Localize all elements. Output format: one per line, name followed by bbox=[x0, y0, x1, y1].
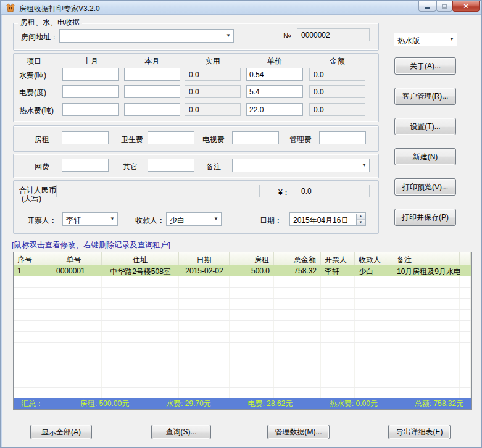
summary-bar: 汇总： 房租: 500.00元 水费: 29.70元 电费: 28.62元 热水… bbox=[14, 398, 471, 409]
chevron-down-icon: ▼ bbox=[226, 33, 231, 38]
management-input[interactable] bbox=[319, 131, 366, 144]
col-header-rent[interactable]: 房租 bbox=[230, 252, 274, 265]
col-header-total[interactable]: 总金额 bbox=[274, 252, 321, 265]
fee-header-item: 项目 bbox=[14, 56, 54, 67]
other-input[interactable] bbox=[148, 159, 194, 172]
hotwater-current-input[interactable] bbox=[124, 103, 180, 116]
water-amount-field: 0.0 bbox=[309, 68, 365, 81]
sanitation-label: 卫生费 bbox=[121, 135, 143, 145]
summary-label: 汇总： bbox=[21, 399, 43, 409]
empty-row bbox=[14, 332, 471, 343]
export-detail-button[interactable]: 导出详细表(E) bbox=[388, 425, 451, 439]
maximize-icon bbox=[442, 4, 447, 9]
empty-row bbox=[14, 299, 471, 310]
row-remark: 10月房租及9月水电 bbox=[393, 265, 460, 276]
chevron-down-icon: ▼ bbox=[362, 162, 367, 168]
col-header-order-no[interactable]: 单号 bbox=[46, 252, 102, 265]
empty-row bbox=[14, 321, 471, 332]
date-spinner[interactable]: ▲ ▼ bbox=[356, 214, 365, 225]
receipt-no-field: 0000002 bbox=[297, 28, 370, 41]
col-header-issuer[interactable]: 开票人 bbox=[321, 252, 355, 265]
summary-water: 水费: 29.70元 bbox=[166, 399, 211, 409]
empty-row bbox=[14, 365, 471, 376]
chevron-down-icon: ▼ bbox=[449, 36, 454, 42]
electric-row-label: 电费(度) bbox=[19, 88, 46, 98]
summary-total: 总额: 758.32元 bbox=[415, 399, 463, 409]
hotwater-last-input[interactable] bbox=[62, 103, 119, 116]
hotwater-usage-field: 0.0 bbox=[185, 103, 241, 116]
summary-hotwater: 热水费: 0.00元 bbox=[330, 399, 378, 409]
customer-management-button[interactable]: 客户管理(R)... bbox=[394, 88, 456, 105]
window-title: 房租收据打印专家V3.2.0 bbox=[19, 4, 100, 14]
date-field[interactable]: 2015年04月16日 ▲ ▼ bbox=[289, 212, 366, 226]
print-save-button[interactable]: 打印并保存(P) bbox=[394, 209, 456, 226]
about-button[interactable]: 关于(A)... bbox=[394, 57, 456, 75]
water-last-input[interactable] bbox=[62, 68, 119, 81]
hotwater-amount-field: 0.0 bbox=[309, 103, 365, 116]
water-price-input[interactable] bbox=[246, 68, 303, 81]
close-button[interactable]: × bbox=[452, 1, 480, 12]
settings-button[interactable]: 设置(T)... bbox=[394, 118, 456, 135]
row-index: 1 bbox=[14, 265, 46, 276]
internet-input[interactable] bbox=[62, 159, 109, 172]
water-current-input[interactable] bbox=[124, 68, 180, 81]
records-header-row: 序号 单号 住址 日期 房租 总金额 开票人 收款人 备注 bbox=[14, 252, 471, 265]
fee-header-current: 本月 bbox=[124, 56, 180, 67]
tv-input[interactable] bbox=[232, 131, 279, 144]
spin-down-icon[interactable]: ▼ bbox=[357, 220, 365, 226]
water-usage-field: 0.0 bbox=[185, 68, 241, 81]
new-button[interactable]: 新建(N) bbox=[394, 148, 456, 165]
col-header-index[interactable]: 序号 bbox=[14, 252, 46, 265]
payee-label: 收款人： bbox=[135, 215, 165, 226]
empty-row bbox=[14, 354, 471, 365]
electric-usage-field: 0.0 bbox=[185, 85, 241, 98]
payee-combobox[interactable]: 少白 ▼ bbox=[166, 212, 222, 226]
print-preview-button[interactable]: 打印预览(V)... bbox=[394, 178, 456, 196]
col-header-remark[interactable]: 备注 bbox=[393, 252, 460, 265]
row-rent: 500.0 bbox=[230, 265, 274, 276]
col-header-address[interactable]: 住址 bbox=[102, 252, 179, 265]
chevron-down-icon: ▼ bbox=[110, 216, 115, 222]
table-row[interactable]: 1 0000001 中华路2号楼508室 2015-02-02 500.0 75… bbox=[14, 265, 471, 276]
col-header-date[interactable]: 日期 bbox=[179, 252, 230, 265]
fee-header-last: 上月 bbox=[62, 56, 119, 67]
empty-row bbox=[14, 376, 471, 388]
management-label: 管理费 bbox=[289, 135, 312, 145]
remark-combobox[interactable]: ▼ bbox=[232, 159, 370, 172]
row-address: 中华路2号楼508室 bbox=[102, 265, 179, 276]
internet-label: 网费 bbox=[35, 162, 49, 172]
rent-input[interactable] bbox=[62, 131, 109, 144]
empty-row bbox=[14, 388, 471, 399]
fee-header-price: 单价 bbox=[246, 56, 303, 67]
minimize-button[interactable] bbox=[418, 1, 436, 12]
records-table[interactable]: 序号 单号 住址 日期 房租 总金额 开票人 收款人 备注 1 0000001 … bbox=[13, 252, 472, 410]
electric-last-input[interactable] bbox=[62, 85, 119, 98]
version-combobox[interactable]: 热水版 ▼ bbox=[394, 33, 457, 46]
sanitation-input[interactable] bbox=[148, 131, 194, 144]
hotwater-price-input[interactable] bbox=[246, 103, 303, 116]
address-label: 房间地址： bbox=[21, 32, 58, 43]
manage-data-button[interactable]: 管理数据(M)... bbox=[267, 425, 330, 439]
empty-row bbox=[14, 343, 471, 354]
water-row-label: 水费(吨) bbox=[19, 70, 46, 81]
group-label: 房租、水、电收据 bbox=[18, 17, 82, 28]
total-capital-field bbox=[56, 185, 260, 197]
version-value: 热水版 bbox=[397, 36, 420, 46]
electric-amount-field: 0.0 bbox=[309, 85, 365, 98]
show-all-button[interactable]: 显示全部(A) bbox=[30, 425, 92, 439]
empty-row bbox=[14, 276, 471, 288]
empty-row bbox=[14, 288, 471, 299]
address-combobox[interactable]: ▼ bbox=[59, 29, 234, 43]
fee-header-amount: 金额 bbox=[309, 56, 365, 67]
total-label-line2: (大写) bbox=[22, 194, 41, 204]
col-header-payee[interactable]: 收款人 bbox=[355, 252, 393, 265]
close-icon: × bbox=[463, 1, 468, 10]
query-button[interactable]: 查询(S)... bbox=[151, 425, 211, 439]
col-header-filler bbox=[460, 252, 471, 265]
title-bar: 房租收据打印专家V3.2.0 × bbox=[1, 1, 482, 15]
maximize-button[interactable] bbox=[436, 1, 452, 12]
electric-price-input[interactable] bbox=[246, 85, 303, 98]
electric-current-input[interactable] bbox=[124, 85, 180, 98]
issuer-combobox[interactable]: 李轩 ▼ bbox=[62, 212, 118, 226]
spin-up-icon[interactable]: ▲ bbox=[357, 214, 365, 220]
